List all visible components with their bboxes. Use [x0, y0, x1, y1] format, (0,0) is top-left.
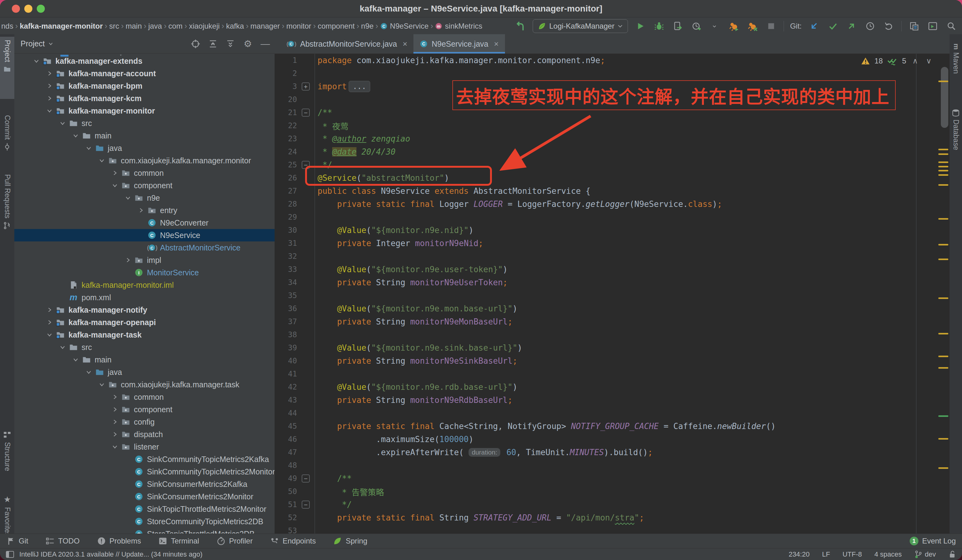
tree-item-kafka-manager-notify[interactable]: kafka-manager-notify	[15, 304, 274, 316]
tree-item-kafka-manager-openapi[interactable]: kafka-manager-openapi	[15, 316, 274, 328]
chevron-down-icon[interactable]	[70, 132, 81, 139]
tree-item-listener[interactable]: listener	[15, 441, 274, 453]
tool-window-button-profiler[interactable]: Profiler	[217, 537, 253, 546]
code-line-28[interactable]: 28 private static final Logger LOGGER = …	[274, 198, 949, 211]
hide-button[interactable]: —	[260, 39, 270, 49]
code-line-24[interactable]: 24 * @date 20/4/30	[274, 145, 949, 158]
indent-setting[interactable]: 4 spaces	[874, 550, 902, 558]
tab-abstractmonitorservice-java[interactable]: (C) AbstractMonitorService.java ×	[279, 34, 413, 53]
breadcrumb-item-kafka-manager-monitor[interactable]: kafka-manager-monitor	[19, 22, 103, 31]
tool-window-button-spring[interactable]: Spring	[333, 537, 367, 546]
code-line-2[interactable]: 2	[274, 67, 949, 80]
chevron-down-icon[interactable]	[31, 57, 42, 65]
chevron-right-icon[interactable]	[110, 406, 120, 413]
code-line-46[interactable]: 46 .maximumSize(100000)	[274, 433, 949, 446]
code-line-35[interactable]: 35	[274, 289, 949, 302]
chevron-down-icon[interactable]	[123, 194, 133, 201]
code-line-51[interactable]: 51 − */	[274, 498, 949, 511]
chevron-right-icon[interactable]	[44, 319, 55, 326]
code-line-52[interactable]: 52 private static final String STRATEGY_…	[274, 511, 949, 524]
git-branch[interactable]: dev	[914, 550, 936, 559]
tab-n9eservice-java[interactable]: C N9eService.java ×	[413, 34, 505, 53]
stop-button[interactable]	[765, 20, 777, 32]
chevron-right-icon[interactable]	[44, 306, 55, 314]
profile-button[interactable]	[690, 20, 703, 32]
tree-item-storetopicthrottledmetrics2db[interactable]: C StoreTopicThrottledMetrics2DB	[15, 528, 274, 534]
ant-stop-button[interactable]	[746, 20, 759, 32]
chevron-right-icon[interactable]	[123, 256, 133, 264]
breadcrumb-item-monitor[interactable]: monitor	[286, 22, 312, 31]
tree-item-component[interactable]: component	[15, 179, 274, 191]
tree-item-kafka-manager-monitor[interactable]: kafka-manager-monitor	[15, 105, 274, 117]
tree-item-kafka-manager-monitor-iml[interactable]: kafka-manager-monitor.iml	[15, 279, 274, 291]
chevron-down-icon[interactable]	[97, 157, 107, 164]
code-line-22[interactable]: 22 * 夜莺	[274, 119, 949, 132]
code-line-39[interactable]: 39 @Value("${monitor.n9e.sink.base-url}"…	[274, 341, 949, 354]
code-line-53[interactable]: 53	[274, 524, 949, 534]
tree-item-sinkcommunitytopicmetrics2monitor[interactable]: C SinkCommunityTopicMetrics2Monitor	[15, 465, 274, 478]
chevron-down-icon[interactable]	[110, 443, 120, 451]
tree-item-n9eservice[interactable]: C N9eService	[15, 229, 274, 241]
breadcrumb-item-n9e[interactable]: n9e	[361, 22, 374, 31]
tree-item-dispatch[interactable]: dispatch	[15, 428, 274, 441]
history-button[interactable]	[864, 20, 876, 32]
chevron-right-icon[interactable]	[110, 169, 120, 177]
breadcrumb-item-xiaojukeji[interactable]: xiaojukeji	[189, 22, 220, 31]
code-line-48[interactable]: 48	[274, 459, 949, 472]
tree-item-kafka-manager-extends[interactable]: kafka-manager-extends	[15, 55, 274, 67]
tree-item-abstractmonitorservice[interactable]: (C) AbstractMonitorService	[15, 241, 274, 254]
profile-caret-button[interactable]	[709, 20, 722, 32]
tree-item-com-xiaojukeji-kafka-manager-monitor[interactable]: com.xiaojukeji.kafka.manager.monitor	[15, 154, 274, 167]
fold-expand-icon[interactable]: +	[302, 82, 310, 90]
code-line-40[interactable]: 40 private String monitorN9eSinkBaseUrl;	[274, 354, 949, 367]
chevron-down-icon[interactable]	[97, 381, 107, 388]
line-ending[interactable]: LF	[822, 550, 830, 558]
tree-item-impl[interactable]: impl	[15, 254, 274, 266]
tree-item-monitorservice[interactable]: I MonitorService	[15, 266, 274, 279]
code-line-29[interactable]: 29	[274, 211, 949, 224]
code-line-41[interactable]: 41	[274, 367, 949, 380]
breadcrumb-item-kafka[interactable]: kafka	[226, 22, 244, 31]
breadcrumb-item-manager[interactable]: manager	[250, 22, 280, 31]
tree-item-sinktopicthrottledmetrics2monitor[interactable]: C SinkTopicThrottledMetrics2Monitor	[15, 503, 274, 515]
breadcrumb-item-com[interactable]: com	[168, 22, 182, 31]
tree-item-sinkcommunitytopicmetrics2kafka[interactable]: C SinkCommunityTopicMetrics2Kafka	[15, 453, 274, 465]
tree-item-main[interactable]: main	[15, 353, 274, 366]
code-line-50[interactable]: 50 * 告警策略	[274, 485, 949, 498]
status-message[interactable]: IntelliJ IDEA 2020.3.1 available // Upda…	[19, 550, 202, 558]
tree-item-n9econverter[interactable]: C N9eConverter	[15, 217, 274, 229]
run-configuration-select[interactable]: Logi-KafkaManager	[533, 19, 628, 33]
chevron-down-icon[interactable]	[44, 331, 55, 338]
chevron-down-icon[interactable]	[84, 369, 94, 376]
breadcrumb-item-sinkmetrics[interactable]: msinkMetrics	[435, 22, 482, 31]
code-line-1[interactable]: 1 package com.xiaojukeji.kafka.manager.m…	[274, 54, 949, 67]
tool-window-button-git[interactable]: Git	[6, 537, 28, 546]
breadcrumb-item-nds[interactable]: nds	[1, 22, 13, 31]
code-line-23[interactable]: 23 * @author zengqiao	[274, 132, 949, 145]
tree-item-pom-xml[interactable]: m pom.xml	[15, 291, 274, 304]
code-line-34[interactable]: 34 private String monitorN9eUserToken;	[274, 276, 949, 289]
tree-item-kafka-manager-kcm[interactable]: kafka-manager-kcm	[15, 92, 274, 105]
code-line-36[interactable]: 36 @Value("${monitor.n9e.mon.base-url}")	[274, 302, 949, 315]
console-button[interactable]	[926, 20, 939, 32]
close-icon[interactable]: ×	[402, 39, 407, 49]
tool-window-button-database[interactable]: Database	[949, 109, 962, 180]
git-update-button[interactable]	[808, 20, 820, 32]
tree-item-sinkconsumermetrics2monitor[interactable]: C SinkConsumerMetrics2Monitor	[15, 490, 274, 503]
tool-window-button-endpoints[interactable]: Endpoints	[270, 537, 316, 546]
locate-button[interactable]	[190, 39, 200, 49]
code-area[interactable]: 1 package com.xiaojukeji.kafka.manager.m…	[274, 54, 949, 534]
fold-marker-icon[interactable]: −	[302, 500, 310, 509]
code-line-43[interactable]: 43 private String monitorN9eRdbBaseUrl;	[274, 394, 949, 407]
expand-all-button[interactable]	[225, 39, 236, 49]
breadcrumb-item-n9eservice[interactable]: CN9eService	[380, 22, 429, 31]
tree-item-kafka-manager-task[interactable]: kafka-manager-task	[15, 328, 274, 341]
diff-button[interactable]	[908, 20, 920, 32]
chevron-down-icon[interactable]	[70, 356, 81, 364]
event-log-button[interactable]: 1 Event Log	[910, 537, 956, 546]
tree-item-entry[interactable]: entry	[15, 204, 274, 217]
chevron-right-icon[interactable]	[110, 418, 120, 426]
tree-item-storecommunitytopicmetrics2db[interactable]: C StoreCommunityTopicMetrics2DB	[15, 515, 274, 528]
prev-issue-button[interactable]: ∧	[910, 56, 920, 65]
collapse-all-button[interactable]	[208, 39, 218, 49]
